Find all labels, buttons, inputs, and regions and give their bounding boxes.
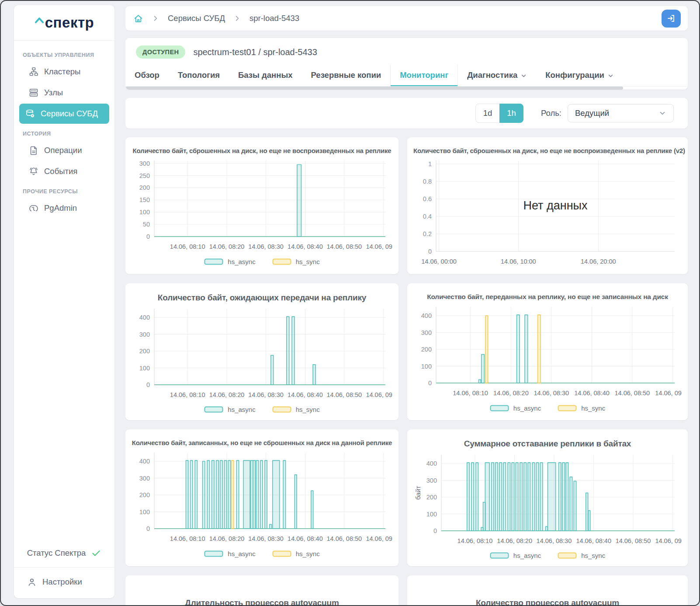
home-icon[interactable] bbox=[133, 14, 143, 24]
chart-legend: hs_asynchs_sync bbox=[132, 546, 392, 561]
legend-item-hs_sync[interactable]: hs_sync bbox=[558, 552, 605, 559]
svg-text:300: 300 bbox=[426, 477, 437, 484]
sidebar-item-3-1[interactable]: Сервисы СУБД bbox=[19, 104, 109, 124]
legend-chip-icon bbox=[204, 258, 223, 265]
breadcrumb-item[interactable]: Сервисы СУБД bbox=[168, 14, 225, 23]
tab-label: Конфигурации bbox=[545, 70, 604, 80]
legend-item-hs_async[interactable]: hs_async bbox=[490, 552, 541, 559]
tab-label: Топология bbox=[178, 70, 220, 80]
sidebar-item-1-1[interactable]: Кластеры bbox=[19, 62, 109, 82]
settings-label: Настройки bbox=[42, 577, 82, 587]
range-button-1d[interactable]: 1d bbox=[475, 104, 499, 123]
legend-label: hs_sync bbox=[296, 406, 320, 413]
svg-text:400: 400 bbox=[421, 312, 432, 319]
svg-text:14.06, 08:10: 14.06, 08:10 bbox=[170, 391, 205, 398]
chart-title: Количество байт, сброшенных на диск, но … bbox=[413, 147, 682, 154]
svg-text:14.06, 08:50: 14.06, 08:50 bbox=[616, 537, 651, 544]
legend-label: hs_async bbox=[228, 258, 255, 265]
svg-text:200: 200 bbox=[421, 346, 432, 353]
legend-item-hs_sync[interactable]: hs_sync bbox=[272, 258, 320, 265]
legend-chip-icon bbox=[490, 552, 509, 559]
role-label: Роль: bbox=[541, 108, 561, 118]
svg-text:байт: байт bbox=[414, 486, 422, 500]
svg-text:300: 300 bbox=[139, 160, 150, 167]
tab-резервные копии[interactable]: Резервные копии bbox=[301, 64, 390, 86]
person-icon bbox=[27, 577, 37, 587]
svg-text:14.06, 09:00: 14.06, 09:00 bbox=[366, 391, 392, 398]
legend-item-hs_async[interactable]: hs_async bbox=[204, 550, 255, 557]
tab-топология[interactable]: Топология bbox=[169, 64, 229, 86]
svg-text:14.06, 08:40: 14.06, 08:40 bbox=[576, 537, 611, 544]
chart-panel: Количество байт, сброшенных на диск, но … bbox=[407, 137, 688, 274]
sidebar-item-1-3[interactable]: PgAdmin bbox=[19, 198, 109, 218]
chart-panel: Длительность процессов autovacuum bbox=[125, 575, 399, 606]
tab-label: Диагностика bbox=[467, 70, 517, 80]
legend-chip-icon bbox=[204, 406, 223, 413]
spectrum-status[interactable]: Статус Спектра bbox=[14, 539, 114, 567]
tab-базы данных[interactable]: Базы данных bbox=[229, 64, 301, 86]
svg-text:0: 0 bbox=[146, 233, 150, 240]
time-range-segmented-control: 1d1h bbox=[475, 104, 523, 123]
charts-grid: Количество байт, сброшенных на диск, но … bbox=[125, 137, 688, 606]
sidebar-item-settings[interactable]: Настройки bbox=[14, 568, 114, 598]
svg-text:250: 250 bbox=[139, 172, 150, 179]
svg-text:100: 100 bbox=[139, 209, 150, 216]
app-window: спектр ОБЪЕКТЫ УПРАВЛЕНИЯКластерыУзлыСер… bbox=[0, 0, 700, 606]
legend-chip-icon bbox=[272, 550, 291, 557]
svg-text:100: 100 bbox=[139, 365, 150, 372]
svg-text:14.06, 08:50: 14.06, 08:50 bbox=[327, 535, 362, 542]
chart-plot: 05010015020025030014.06, 08:1014.06, 08:… bbox=[132, 155, 392, 253]
elephant-icon bbox=[29, 203, 38, 213]
svg-text:200: 200 bbox=[139, 184, 150, 191]
svg-text:300: 300 bbox=[139, 331, 150, 338]
legend-item-hs_sync[interactable]: hs_sync bbox=[558, 404, 605, 412]
svg-text:14.06, 08:10: 14.06, 08:10 bbox=[170, 243, 205, 250]
tab-конфигурации[interactable]: Конфигурации bbox=[536, 64, 623, 86]
svg-text:14.06, 00:00: 14.06, 00:00 bbox=[421, 258, 457, 265]
clusters-icon bbox=[29, 67, 38, 77]
legend-item-hs_async[interactable]: hs_async bbox=[490, 404, 541, 412]
svg-text:14.06, 08:50: 14.06, 08:50 bbox=[327, 391, 362, 398]
sidebar-item-2-1[interactable]: Узлы bbox=[19, 83, 109, 103]
legend-chip-icon bbox=[490, 405, 509, 411]
svg-text:0.2: 0.2 bbox=[423, 230, 432, 237]
sidebar-section-label: ОБЪЕКТЫ УПРАВЛЕНИЯ bbox=[23, 52, 106, 58]
svg-text:14.06, 09:00: 14.06, 09:00 bbox=[655, 537, 682, 544]
chart-plot: 010020030040014.06, 08:1014.06, 08:2014.… bbox=[413, 449, 682, 547]
service-card: ДОСТУПЕН spectrum-test01 / spr-load-5433… bbox=[125, 38, 688, 90]
svg-text:0: 0 bbox=[146, 525, 150, 532]
sidebar-section-label: ИСТОРИЯ bbox=[23, 131, 106, 137]
tab-диагностика[interactable]: Диагностика bbox=[458, 64, 536, 86]
tabs-scrollbar-thumb[interactable] bbox=[125, 87, 623, 90]
logout-button[interactable] bbox=[662, 10, 681, 28]
svg-text:14.06, 10:00: 14.06, 10:00 bbox=[501, 258, 536, 265]
svg-text:14.06, 08:30: 14.06, 08:30 bbox=[248, 391, 284, 398]
legend-chip-icon bbox=[272, 406, 291, 413]
legend-item-hs_sync[interactable]: hs_sync bbox=[272, 406, 320, 413]
svg-text:14.06, 08:20: 14.06, 08:20 bbox=[209, 243, 245, 250]
sidebar-item-2-2[interactable]: События bbox=[19, 161, 109, 181]
svg-text:14.06, 08:40: 14.06, 08:40 bbox=[288, 391, 323, 398]
chart-title: Количество байт, переданных на реплику, … bbox=[413, 293, 682, 301]
svg-text:400: 400 bbox=[139, 458, 150, 465]
chart-title: Суммарное отставание реплики в байтах bbox=[413, 439, 682, 449]
tab-label: Обзор bbox=[135, 70, 159, 80]
tab-мониторинг[interactable]: Мониторинг bbox=[390, 64, 458, 86]
legend-item-hs_sync[interactable]: hs_sync bbox=[272, 550, 320, 557]
legend-label: hs_async bbox=[228, 550, 255, 557]
role-select[interactable]: Ведущий bbox=[568, 104, 674, 122]
svg-text:0: 0 bbox=[433, 527, 437, 534]
legend-chip-icon bbox=[558, 405, 577, 411]
sidebar-item-1-2[interactable]: Операции bbox=[19, 140, 109, 160]
legend-item-hs_async[interactable]: hs_async bbox=[204, 258, 255, 265]
legend-item-hs_async[interactable]: hs_async bbox=[204, 406, 255, 413]
svg-text:14.06, 09:00: 14.06, 09:00 bbox=[366, 243, 392, 250]
spectrum-status-label: Статус Спектра bbox=[27, 548, 86, 558]
tab-обзор[interactable]: Обзор bbox=[125, 64, 169, 86]
svg-text:14.06, 20:00: 14.06, 20:00 bbox=[581, 258, 616, 265]
role-select-value: Ведущий bbox=[575, 108, 609, 118]
svg-text:14.06, 08:10: 14.06, 08:10 bbox=[457, 537, 493, 544]
range-button-1h[interactable]: 1h bbox=[499, 104, 523, 123]
svg-text:0: 0 bbox=[428, 248, 432, 255]
status-badge: ДОСТУПЕН bbox=[136, 45, 185, 59]
